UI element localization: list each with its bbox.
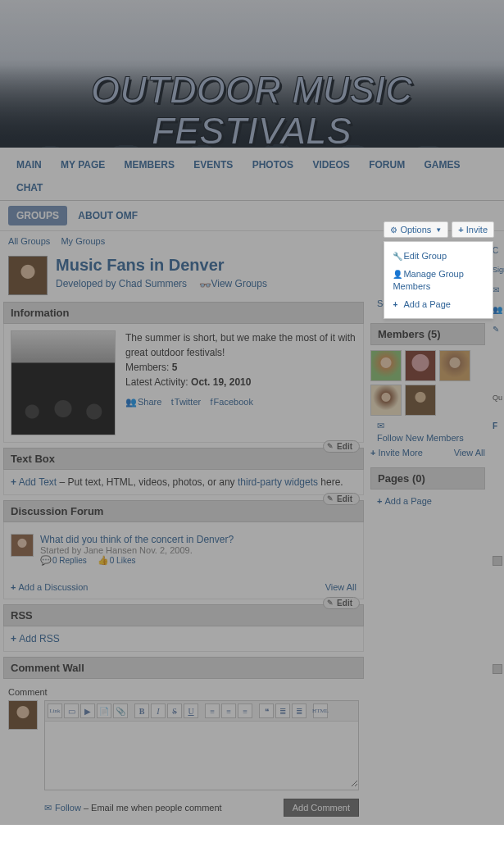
add-text-link[interactable]: Add Text — [19, 476, 57, 488]
envelope-icon: ✉ — [377, 421, 384, 430]
share-label: Share — [138, 397, 161, 407]
forum-view-all-link[interactable]: View All — [325, 582, 356, 592]
replies-label: 0 Replies — [52, 556, 87, 565]
link-my-groups[interactable]: My Groups — [61, 236, 105, 246]
options-button[interactable]: ⚙Options▼ — [384, 221, 448, 238]
add-rss-label: Add RSS — [19, 633, 59, 644]
discussion-replies-link[interactable]: 💬0 Replies — [40, 556, 87, 565]
tb-underline-button[interactable]: U — [184, 704, 198, 718]
tb-ol-button[interactable]: ≣ — [275, 704, 290, 718]
textbox-instr-end: here. — [318, 476, 343, 488]
info-body: The summer is short, but we make the mos… — [3, 324, 364, 443]
tb-align-right-button[interactable]: ≡ — [238, 704, 252, 718]
tb-italic-button[interactable]: I — [151, 704, 166, 718]
forum-header-label: Discussion Forum — [11, 505, 103, 517]
tb-align-left-button[interactable]: ≡ — [205, 704, 220, 718]
plus-icon: + — [11, 476, 16, 488]
activity-date: Oct. 19, 2010 — [191, 376, 251, 388]
twitter-icon: t — [171, 397, 174, 407]
comment-textarea[interactable] — [45, 722, 358, 787]
comment-wall-header: Comment Wall — [3, 657, 364, 679]
tb-bold-button[interactable]: B — [134, 704, 149, 718]
site-title: OUTDOOR MUSIC FESTIVALS — [0, 70, 504, 148]
discussion-author-avatar[interactable] — [11, 534, 34, 557]
nav-members[interactable]: MEMBERS — [116, 154, 183, 177]
nav-photos[interactable]: PHOTOS — [244, 154, 302, 177]
invite-button[interactable]: +Invite — [452, 221, 494, 238]
tb-link-button[interactable]: Link — [48, 704, 62, 718]
nav-forum[interactable]: FORUM — [361, 154, 413, 177]
group-owner-avatar[interactable] — [8, 256, 48, 295]
view-groups-link[interactable]: 👓View Groups — [199, 278, 266, 289]
add-page-link[interactable]: + Add a Page — [377, 494, 485, 508]
follow-comments-link[interactable]: Follow — [55, 803, 81, 813]
forum-edit-button[interactable]: Edit — [323, 493, 360, 505]
tb-align-center-button[interactable]: ≡ — [221, 704, 236, 718]
nav-games[interactable]: GAMES — [416, 154, 469, 177]
dropdown-add-page[interactable]: +Add a Page — [393, 295, 484, 313]
envelope-icon: ✉ — [44, 803, 52, 813]
plus-icon: + — [11, 633, 19, 644]
rss-edit-button[interactable]: Edit — [323, 597, 360, 609]
textbox-edit-button[interactable]: Edit — [323, 440, 360, 453]
subnav-about[interactable]: ABOUT OMF — [70, 206, 146, 225]
options-dropdown: 🔧Edit Group 👤Manage Group Members +Add a… — [384, 241, 493, 319]
discussion-topic-link[interactable]: What did you think of the concert in Den… — [40, 534, 234, 545]
add-page-label: Add a Page — [384, 496, 432, 506]
edge-letter: ✉ — [493, 285, 504, 305]
tb-image-button[interactable]: ▭ — [64, 704, 79, 718]
members-count: 5 — [172, 362, 178, 373]
member-avatar[interactable] — [370, 385, 402, 416]
nav-my-page[interactable]: MY PAGE — [52, 154, 113, 177]
discussion-likes-link[interactable]: 👍0 Likes — [98, 556, 136, 565]
nav-videos[interactable]: VIDEOS — [304, 154, 357, 177]
plus-icon: + — [393, 299, 401, 310]
nav-main[interactable]: MAIN — [8, 154, 50, 177]
member-avatar[interactable] — [405, 350, 436, 381]
forum-header: Discussion Forum Edit — [3, 500, 364, 522]
subnav-groups[interactable]: GROUPS — [8, 206, 67, 225]
third-party-link[interactable]: third-party widgets — [238, 476, 318, 488]
tb-ul-button[interactable]: ≣ — [292, 704, 306, 718]
info-header: Information — [3, 302, 364, 324]
link-all-groups[interactable]: All Groups — [8, 236, 50, 246]
group-by-link[interactable]: Chad Summers — [119, 278, 187, 289]
share-link[interactable]: 👥Share — [125, 397, 161, 407]
comment-author-avatar[interactable] — [8, 700, 38, 730]
member-avatar[interactable] — [405, 385, 436, 416]
add-rss-link[interactable]: + Add RSS — [11, 633, 60, 644]
members-view-all-link[interactable]: View All — [454, 448, 485, 458]
tb-strike-button[interactable]: S — [167, 704, 182, 718]
twitter-link[interactable]: tTwitter — [171, 397, 201, 407]
group-title: Music Fans in Denver — [56, 256, 267, 275]
invite-more-link[interactable]: + Invite More — [370, 448, 423, 458]
follow-new-members-link[interactable]: Follow New Members — [377, 431, 485, 444]
add-comment-button[interactable]: Add Comment — [284, 799, 359, 817]
person-icon: 👤 — [393, 269, 401, 280]
dropdown-manage-members[interactable]: 👤Manage Group Members — [393, 265, 484, 295]
rss-body: + Add RSS — [3, 626, 364, 652]
member-avatar[interactable] — [370, 350, 402, 381]
nav-chat[interactable]: CHAT — [8, 177, 51, 200]
view-groups-label: View Groups — [211, 278, 266, 289]
add-discussion-link[interactable]: + Add a Discussion — [11, 582, 88, 592]
member-avatar[interactable] — [439, 350, 470, 381]
group-image[interactable] — [11, 330, 116, 435]
tb-quote-button[interactable]: ❝ — [259, 704, 274, 718]
dropdown-edit-group[interactable]: 🔧Edit Group — [393, 247, 484, 265]
comment-wall-body: Comment Link ▭ ▶ 📄 📎 B I S U — [3, 679, 364, 825]
discussion-started-by: Started by Jane Hansen Nov. 2, 2009. — [40, 545, 234, 555]
thumbs-up-icon: 👍 — [98, 555, 109, 565]
tb-video-button[interactable]: ▶ — [80, 704, 95, 718]
tb-file-button[interactable]: 📄 — [97, 704, 111, 718]
edge-letter: ✎ — [493, 325, 504, 344]
edge-letter: C — [493, 246, 504, 266]
tb-html-button[interactable]: HTML — [313, 704, 328, 718]
facebook-link[interactable]: fFacebook — [211, 397, 253, 407]
tb-attach-button[interactable]: 📎 — [113, 704, 128, 718]
comment-icon: 💬 — [40, 555, 52, 565]
add-discussion-label: Add a Discussion — [18, 582, 88, 592]
nav-events[interactable]: EVENTS — [185, 154, 241, 177]
edge-sign: Sign — [493, 266, 504, 285]
plus-icon: + — [458, 225, 463, 235]
